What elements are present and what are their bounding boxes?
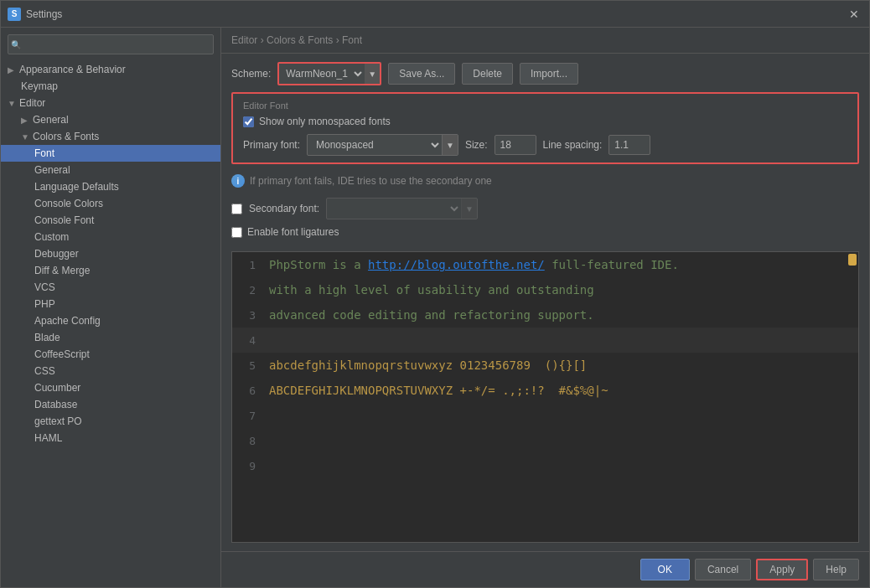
- primary-font-select[interactable]: Monospaced: [308, 135, 442, 155]
- close-button[interactable]: ✕: [846, 6, 862, 23]
- preview-code: PhpStorm is a: [269, 258, 368, 271]
- size-input[interactable]: [495, 135, 536, 155]
- sidebar-item-cf-general[interactable]: General: [1, 162, 220, 178]
- title-bar-left: S Settings: [8, 8, 62, 21]
- sidebar-item-label: HAML: [34, 432, 62, 444]
- sidebar-item-database[interactable]: Database: [1, 396, 220, 413]
- apply-button[interactable]: Apply: [756, 559, 808, 580]
- sidebar-item-coffeescript[interactable]: CoffeeScript: [1, 346, 220, 363]
- line-spacing-label: Line spacing:: [543, 139, 603, 151]
- line-number: 9: [239, 460, 256, 472]
- sidebar-item-label: CSS: [34, 365, 55, 377]
- sidebar-item-label: Debugger: [34, 248, 79, 260]
- secondary-font-checkbox[interactable]: [231, 204, 242, 214]
- scheme-dropdown-arrow-icon[interactable]: ▼: [365, 64, 380, 84]
- sidebar-item-console-font[interactable]: Console Font: [1, 212, 220, 229]
- secondary-font-dropdown-icon: ▼: [461, 199, 477, 219]
- section-title: Editor Font: [243, 101, 847, 111]
- preview-area: 1 PhpStorm is a http://blog.outofthe.net…: [231, 251, 859, 543]
- line-number: 2: [239, 284, 256, 297]
- preview-line-6: 6 ABCDEFGHIJKLMNOPQRSTUVWXYZ +-*/= .,;:!…: [232, 378, 858, 403]
- preview-line-2: 2 with a high level of usability and out…: [232, 277, 858, 302]
- sidebar-item-lang-defaults[interactable]: Language Defaults: [1, 178, 220, 195]
- ligatures-checkbox[interactable]: [231, 227, 242, 238]
- sidebar-item-appearance-behavior[interactable]: ▶ Appearance & Behavior: [1, 61, 220, 78]
- sidebar-item-label: Colors & Fonts: [33, 131, 99, 142]
- scrollbar-indicator: [848, 254, 857, 266]
- footer: OK Cancel Apply Help: [221, 551, 869, 587]
- scheme-label: Scheme:: [231, 68, 271, 80]
- show-monospaced-checkbox[interactable]: [243, 116, 254, 127]
- sidebar-item-label: Cucumber: [34, 382, 80, 394]
- sidebar-item-custom[interactable]: Custom: [1, 229, 220, 245]
- info-icon: i: [231, 174, 245, 188]
- main-body: ▶ Appearance & Behavior Keymap ▼ Editor …: [1, 28, 869, 587]
- sidebar-item-css[interactable]: CSS: [1, 363, 220, 379]
- sidebar-item-gettext-po[interactable]: gettext PO: [1, 413, 220, 430]
- expand-arrow: ▶: [21, 116, 29, 125]
- sidebar-item-php[interactable]: PHP: [1, 296, 220, 312]
- primary-font-select-wrapper: Monospaced ▼: [307, 134, 458, 156]
- sidebar: ▶ Appearance & Behavior Keymap ▼ Editor …: [1, 28, 221, 587]
- primary-font-dropdown-icon[interactable]: ▼: [442, 135, 458, 155]
- help-button[interactable]: Help: [813, 559, 859, 580]
- sidebar-item-blade[interactable]: Blade: [1, 329, 220, 346]
- secondary-font-select[interactable]: [327, 199, 461, 219]
- sidebar-item-label: Font: [34, 147, 54, 159]
- line-number: 3: [239, 309, 256, 322]
- editor-font-section: Editor Font Show only monospaced fonts P…: [231, 92, 859, 164]
- save-as-button[interactable]: Save As...: [388, 63, 455, 85]
- sidebar-item-label: Console Colors: [34, 198, 103, 209]
- preview-code: abcdefghijklmnopqrstuvwxyz 0123456789 ()…: [269, 358, 587, 372]
- line-number: 6: [239, 384, 256, 397]
- preview-code: ABCDEFGHIJKLMNOPQRSTUVWXYZ +-*/= .,;:!? …: [269, 384, 608, 397]
- delete-button[interactable]: Delete: [462, 63, 513, 85]
- sidebar-item-keymap[interactable]: Keymap: [1, 78, 220, 95]
- sidebar-item-console-colors[interactable]: Console Colors: [1, 195, 220, 212]
- sidebar-item-label: Custom: [34, 231, 69, 243]
- window-title: Settings: [26, 8, 62, 20]
- secondary-font-label[interactable]: Secondary font:: [249, 203, 319, 214]
- primary-font-label: Primary font:: [243, 139, 300, 151]
- line-spacing-input[interactable]: [608, 135, 650, 155]
- sidebar-item-editor[interactable]: ▼ Editor: [1, 95, 220, 111]
- preview-code: with a high level of usability and outst…: [269, 283, 594, 297]
- sidebar-item-label: VCS: [34, 281, 55, 293]
- ok-button[interactable]: OK: [640, 559, 690, 580]
- settings-content: Scheme: WarmNeon_1 Default Darcula High …: [221, 54, 869, 551]
- info-text: If primary font fails, IDE tries to use …: [250, 175, 492, 187]
- expand-arrow: ▼: [21, 132, 29, 142]
- sidebar-item-label: Language Defaults: [34, 181, 119, 193]
- show-monospaced-label[interactable]: Show only monospaced fonts: [259, 116, 391, 127]
- scheme-select[interactable]: WarmNeon_1 Default Darcula High contrast: [279, 64, 365, 84]
- sidebar-item-haml[interactable]: HAML: [1, 430, 220, 446]
- sidebar-item-label: Apache Config: [34, 315, 101, 327]
- sidebar-item-label: Database: [34, 399, 77, 410]
- preview-line-4: 4: [232, 328, 858, 353]
- size-label: Size:: [465, 139, 488, 151]
- search-input[interactable]: [8, 34, 214, 54]
- preview-line-5: 5 abcdefghijklmnopqrstuvwxyz 0123456789 …: [232, 353, 858, 378]
- secondary-font-row: Secondary font: ▼: [231, 198, 859, 219]
- line-number: 1: [239, 259, 256, 271]
- cancel-button[interactable]: Cancel: [695, 559, 751, 580]
- ligatures-label[interactable]: Enable font ligatures: [247, 226, 339, 238]
- sidebar-item-apache-config[interactable]: Apache Config: [1, 312, 220, 329]
- line-number: 4: [239, 334, 256, 347]
- sidebar-item-label: PHP: [34, 298, 55, 310]
- sidebar-item-vcs[interactable]: VCS: [1, 279, 220, 296]
- sidebar-item-label: Keymap: [21, 80, 58, 92]
- sidebar-item-label: General: [34, 164, 70, 176]
- sidebar-item-debugger[interactable]: Debugger: [1, 245, 220, 262]
- settings-dialog: S Settings ✕ ▶ Appearance & Behavior Key…: [0, 0, 870, 588]
- expand-arrow: ▶: [8, 65, 16, 75]
- sidebar-item-diff-merge[interactable]: Diff & Merge: [1, 262, 220, 279]
- import-button[interactable]: Import...: [520, 63, 578, 85]
- sidebar-item-colors-fonts[interactable]: ▼ Colors & Fonts: [1, 128, 220, 145]
- sidebar-item-font[interactable]: Font: [1, 145, 220, 162]
- sidebar-item-general[interactable]: ▶ General: [1, 111, 220, 128]
- sidebar-item-label: Console Font: [34, 214, 94, 226]
- secondary-font-select-wrapper: ▼: [326, 198, 478, 219]
- line-number: 8: [239, 435, 256, 447]
- sidebar-item-cucumber[interactable]: Cucumber: [1, 379, 220, 396]
